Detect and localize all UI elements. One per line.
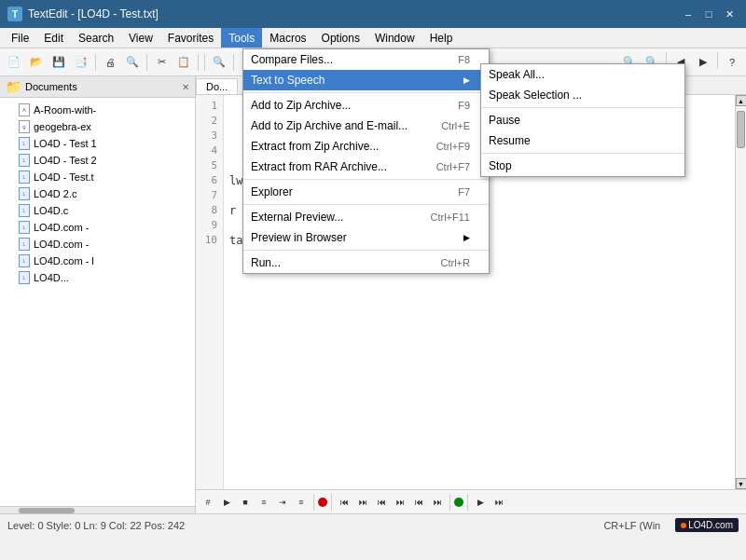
menu-compare-files[interactable]: Compare Files... F8 <box>243 49 489 70</box>
tts-submenu: Speak All... Speak Selection ... Pause R… <box>480 63 685 177</box>
line-num: 6 <box>198 173 221 188</box>
menu-resume-label: Resume <box>489 134 531 147</box>
menu-explorer-label: Explorer <box>251 185 293 198</box>
menu-explorer[interactable]: Explorer F7 <box>243 182 489 202</box>
save-all-button[interactable]: 📑 <box>71 52 91 73</box>
search-toolbar-btn[interactable]: 🔍 <box>209 52 229 73</box>
format-play-btn[interactable]: ▶ <box>218 494 235 511</box>
copy-button[interactable]: 📋 <box>173 52 194 73</box>
menu-pause[interactable]: Pause <box>481 110 684 130</box>
editor-tab[interactable]: Do... <box>196 78 238 94</box>
scrollbar-up-btn[interactable]: ▲ <box>736 95 747 106</box>
menu-preview-browser[interactable]: Preview in Browser ▶ <box>243 227 489 248</box>
list-item[interactable]: L LO4D.com - <box>4 219 191 236</box>
sidebar-scrollbar[interactable] <box>0 506 195 513</box>
tb2-nav3[interactable]: ⏮ <box>373 494 390 511</box>
list-item[interactable]: L LO4D.com - l <box>4 253 191 269</box>
menu-edit[interactable]: Edit <box>36 28 71 48</box>
sep-tb2-3 <box>449 494 450 511</box>
menu-extract-rar[interactable]: Extract from RAR Archive... Ctrl+F7 <box>243 157 489 177</box>
file-lo4d-icon: L <box>19 254 30 267</box>
sidebar-scrollbar-thumb[interactable] <box>19 508 75 513</box>
sep-tb2-4 <box>467 494 468 511</box>
list-item[interactable]: L LO4D - Test 1 <box>4 135 191 152</box>
tts-sep2 <box>481 153 684 154</box>
status-right: CR+LF (Win LO4D.com <box>603 518 739 532</box>
sidebar-item-label: A-Room-with- <box>34 104 96 116</box>
new-button[interactable]: 📄 <box>4 52 24 73</box>
sidebar-item-label: LO4D.com - l <box>34 255 94 266</box>
menu-add-zip-email[interactable]: Add to Zip Archive and E-mail... Ctrl+E <box>243 116 489 136</box>
window-controls[interactable]: – □ ✕ <box>679 6 739 22</box>
tb2-nav6[interactable]: ⏭ <box>429 494 446 511</box>
menu-pause-label: Pause <box>489 114 520 127</box>
menu-options[interactable]: Options <box>314 28 367 48</box>
nav-fwd-button[interactable]: ▶ <box>693 52 713 73</box>
menu-add-zip[interactable]: Add to Zip Archive... F9 <box>243 95 489 116</box>
sidebar-item-label: LO4D - Test 2 <box>34 155 97 166</box>
list-item[interactable]: L LO4D 2.c <box>4 185 191 202</box>
open-button[interactable]: 📂 <box>26 52 47 73</box>
close-button[interactable]: ✕ <box>720 6 739 22</box>
list-item[interactable]: L LO4D.com - <box>4 236 191 253</box>
menu-run[interactable]: Run... Ctrl+R <box>243 253 489 273</box>
menu-help[interactable]: Help <box>422 28 461 48</box>
scrollbar-down-btn[interactable]: ▼ <box>736 478 747 489</box>
menu-run-label: Run... <box>251 256 281 269</box>
menu-text-to-speech[interactable]: Text to Speech ▶ <box>243 70 489 90</box>
list-item[interactable]: g geogebra-ex <box>4 118 191 135</box>
menu-search[interactable]: Search <box>71 28 121 48</box>
list-item[interactable]: L LO4D - Test 2 <box>4 152 191 169</box>
list-item[interactable]: L LO4D - Test.t <box>4 169 191 185</box>
tb2-nav5[interactable]: ⏮ <box>410 494 427 511</box>
menu-tools[interactable]: Tools <box>221 28 262 48</box>
format-hash-btn[interactable]: # <box>200 494 216 511</box>
menu-speak-selection[interactable]: Speak Selection ... <box>481 85 684 105</box>
menu-external-preview[interactable]: External Preview... Ctrl+F11 <box>243 207 489 227</box>
editor-scrollbar[interactable]: ▲ ▼ <box>735 95 746 489</box>
save-button[interactable]: 💾 <box>48 52 69 73</box>
tb2-nav2[interactable]: ⏭ <box>354 494 371 511</box>
maximize-button[interactable]: □ <box>699 6 718 22</box>
menu-explorer-shortcut: F7 <box>458 186 470 198</box>
line-num: 1 <box>198 99 221 114</box>
menu-sep2 <box>243 179 489 180</box>
menu-extract-zip[interactable]: Extract from Zip Archive... Ctrl+F9 <box>243 136 489 157</box>
menu-window[interactable]: Window <box>367 28 422 48</box>
file-txt-icon: A <box>19 103 30 116</box>
list-item[interactable]: L LO4D.c <box>4 202 191 219</box>
print-preview-button[interactable]: 🔍 <box>122 52 143 73</box>
minimize-button[interactable]: – <box>679 6 698 22</box>
menu-view[interactable]: View <box>121 28 160 48</box>
menu-compare-shortcut: F8 <box>458 54 470 65</box>
format-stop-btn[interactable]: ■ <box>237 494 254 511</box>
tb2-play2[interactable]: ▶ <box>472 494 489 511</box>
scrollbar-track <box>736 106 746 478</box>
scrollbar-thumb[interactable] <box>737 111 745 148</box>
format-btn5[interactable]: ≡ <box>293 494 310 511</box>
cut-button[interactable]: ✂ <box>151 52 172 73</box>
menu-bar: File Edit Search View Favorites Tools Ma… <box>0 28 746 48</box>
help-toolbar-btn[interactable]: ? <box>722 52 742 73</box>
tb2-skip[interactable]: ⏭ <box>490 494 507 511</box>
list-item[interactable]: L LO4D... <box>4 269 191 286</box>
print-button[interactable]: 🖨 <box>100 52 120 73</box>
format-indent-btn[interactable]: ⇥ <box>274 494 291 511</box>
sep3 <box>198 54 199 71</box>
line-num: 9 <box>198 218 221 233</box>
menu-resume[interactable]: Resume <box>481 130 684 151</box>
menu-macros[interactable]: Macros <box>262 28 313 48</box>
format-list-btn[interactable]: ≡ <box>256 494 272 511</box>
tb2-nav1[interactable]: ⏮ <box>336 494 352 511</box>
sidebar-close[interactable]: ✕ <box>182 82 189 92</box>
menu-favorites[interactable]: Favorites <box>160 28 221 48</box>
menu-stop[interactable]: Stop <box>481 156 684 176</box>
line-num: 4 <box>198 143 221 158</box>
folder-icon: 📁 <box>6 79 21 94</box>
menu-sep1 <box>243 92 489 93</box>
menu-speak-all[interactable]: Speak All... <box>481 64 684 85</box>
list-item[interactable]: A A-Room-with- <box>4 102 191 118</box>
tb2-nav4[interactable]: ⏭ <box>392 494 408 511</box>
menu-file[interactable]: File <box>4 28 36 48</box>
menu-speak-selection-label: Speak Selection ... <box>489 89 582 102</box>
